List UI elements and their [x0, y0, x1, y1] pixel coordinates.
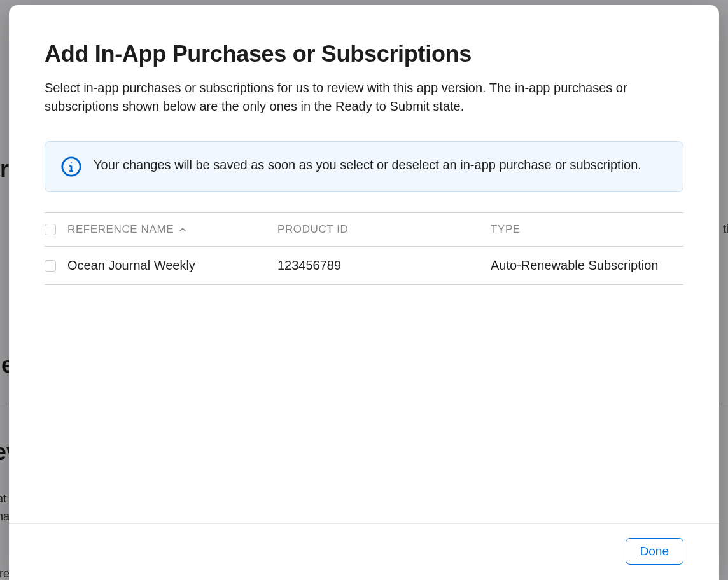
info-icon	[60, 156, 82, 177]
column-header-label: PRODUCT ID	[277, 223, 348, 235]
modal-title: Add In-App Purchases or Subscriptions	[45, 41, 683, 67]
table-row[interactable]: Ocean Journal Weekly 123456789 Auto-Rene…	[45, 247, 683, 285]
add-iap-modal: Add In-App Purchases or Subscriptions Se…	[9, 5, 719, 580]
info-banner-text: Your changes will be saved as soon as yo…	[94, 156, 641, 174]
svg-point-2	[71, 162, 72, 163]
row-checkbox[interactable]	[45, 260, 56, 272]
column-header-label: REFERENCE NAME	[67, 223, 174, 236]
info-banner: Your changes will be saved as soon as yo…	[45, 141, 683, 192]
cell-product-id: 123456789	[277, 258, 491, 273]
done-button[interactable]: Done	[626, 538, 683, 565]
column-header-product-id[interactable]: PRODUCT ID	[277, 223, 491, 236]
column-header-label: TYPE	[491, 223, 521, 235]
table-header-row: REFERENCE NAME PRODUCT ID TYPE	[45, 212, 683, 247]
column-header-type[interactable]: TYPE	[491, 223, 683, 236]
modal-body: Add In-App Purchases or Subscriptions Se…	[9, 5, 719, 523]
cell-type: Auto-Renewable Subscription	[491, 258, 683, 273]
select-all-checkbox[interactable]	[45, 224, 56, 235]
sort-ascending-icon	[179, 226, 186, 233]
column-header-reference-name[interactable]: REFERENCE NAME	[67, 223, 277, 236]
modal-subtitle: Select in-app purchases or subscriptions…	[45, 79, 683, 116]
iap-table: REFERENCE NAME PRODUCT ID TYPE	[45, 212, 683, 285]
cell-reference-name: Ocean Journal Weekly	[67, 258, 277, 273]
modal-footer: Done	[9, 523, 719, 580]
